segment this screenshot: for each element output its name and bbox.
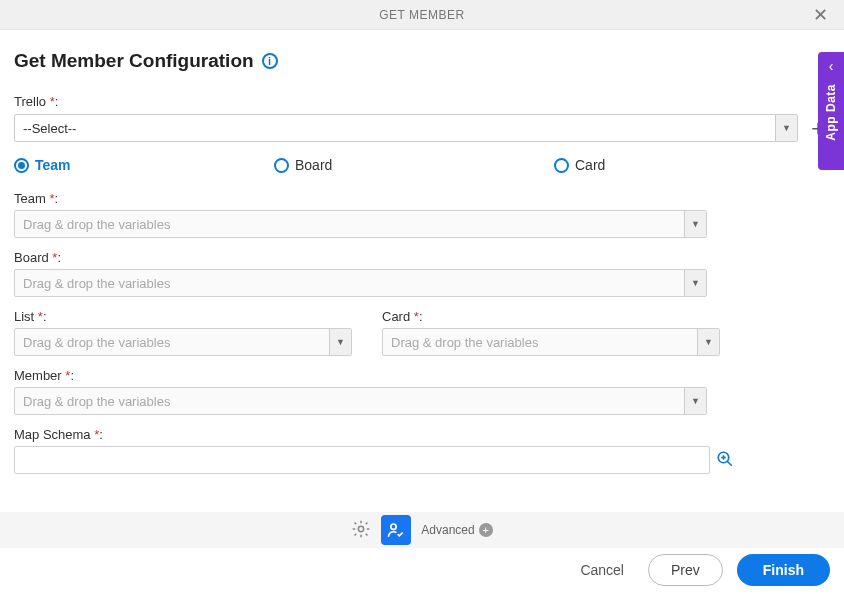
radio-team-label: Team xyxy=(35,157,71,173)
schema-label: Map Schema *: xyxy=(14,427,830,442)
plus-circle-icon: + xyxy=(479,523,493,537)
trello-field: Trello *: --Select-- ▼ ＋ xyxy=(14,94,830,143)
app-data-label: App Data xyxy=(824,84,838,141)
dialog-header: GET MEMBER ✕ xyxy=(0,0,844,30)
member-field: Member *: Drag & drop the variables ▼ xyxy=(14,368,830,415)
member-input[interactable]: Drag & drop the variables ▼ xyxy=(14,387,707,415)
schema-field: Map Schema *: xyxy=(14,427,830,474)
advanced-label: Advanced xyxy=(421,523,474,537)
zoom-icon[interactable] xyxy=(716,450,734,471)
finish-button[interactable]: Finish xyxy=(737,554,830,586)
chevron-down-icon[interactable]: ▼ xyxy=(684,211,706,237)
close-icon[interactable]: ✕ xyxy=(807,2,834,28)
scope-radio-group: Team Board Card xyxy=(14,157,830,173)
board-field: Board *: Drag & drop the variables ▼ xyxy=(14,250,830,297)
team-input[interactable]: Drag & drop the variables ▼ xyxy=(14,210,707,238)
card-field: Card *: Drag & drop the variables ▼ xyxy=(382,309,720,356)
list-label: List *: xyxy=(14,309,352,324)
radio-board-label: Board xyxy=(295,157,332,173)
board-placeholder: Drag & drop the variables xyxy=(15,276,684,291)
radio-card[interactable]: Card xyxy=(554,157,605,173)
radio-icon xyxy=(14,158,29,173)
svg-point-4 xyxy=(359,526,364,531)
list-input[interactable]: Drag & drop the variables ▼ xyxy=(14,328,352,356)
trello-select[interactable]: --Select-- ▼ xyxy=(14,114,798,142)
chevron-down-icon[interactable]: ▼ xyxy=(775,115,797,141)
chevron-down-icon[interactable]: ▼ xyxy=(684,388,706,414)
list-field: List *: Drag & drop the variables ▼ xyxy=(14,309,352,356)
advanced-toggle[interactable]: Advanced + xyxy=(421,523,492,537)
radio-card-label: Card xyxy=(575,157,605,173)
chevron-left-icon: ‹ xyxy=(829,58,834,74)
radio-icon xyxy=(554,158,569,173)
app-data-tab[interactable]: ‹ App Data xyxy=(818,52,844,170)
card-label: Card *: xyxy=(382,309,720,324)
radio-board[interactable]: Board xyxy=(274,157,554,173)
footer-toolbar: Advanced + xyxy=(0,512,844,548)
info-icon[interactable]: i xyxy=(262,53,278,69)
content-area: Get Member Configuration i Trello *: --S… xyxy=(0,30,844,496)
chevron-down-icon[interactable]: ▼ xyxy=(329,329,351,355)
svg-line-1 xyxy=(727,461,732,466)
board-label: Board *: xyxy=(14,250,830,265)
trello-label: Trello *: xyxy=(14,94,830,109)
page-title: Get Member Configuration xyxy=(14,50,254,72)
trello-select-value: --Select-- xyxy=(15,121,775,136)
radio-team[interactable]: Team xyxy=(14,157,274,173)
list-placeholder: Drag & drop the variables xyxy=(15,335,329,350)
schema-input[interactable] xyxy=(14,446,710,474)
button-bar: Cancel Prev Finish xyxy=(570,554,830,586)
radio-icon xyxy=(274,158,289,173)
team-label: Team *: xyxy=(14,191,830,206)
chevron-down-icon[interactable]: ▼ xyxy=(697,329,719,355)
card-placeholder: Drag & drop the variables xyxy=(383,335,697,350)
prev-button[interactable]: Prev xyxy=(648,554,723,586)
team-placeholder: Drag & drop the variables xyxy=(15,217,684,232)
user-check-icon[interactable] xyxy=(381,515,411,545)
board-input[interactable]: Drag & drop the variables ▼ xyxy=(14,269,707,297)
member-placeholder: Drag & drop the variables xyxy=(15,394,684,409)
member-label: Member *: xyxy=(14,368,830,383)
gear-icon[interactable] xyxy=(351,519,371,542)
dialog-title: GET MEMBER xyxy=(379,8,464,22)
chevron-down-icon[interactable]: ▼ xyxy=(684,270,706,296)
svg-point-5 xyxy=(391,524,396,529)
cancel-button[interactable]: Cancel xyxy=(570,556,634,584)
team-field: Team *: Drag & drop the variables ▼ xyxy=(14,191,830,238)
card-input[interactable]: Drag & drop the variables ▼ xyxy=(382,328,720,356)
